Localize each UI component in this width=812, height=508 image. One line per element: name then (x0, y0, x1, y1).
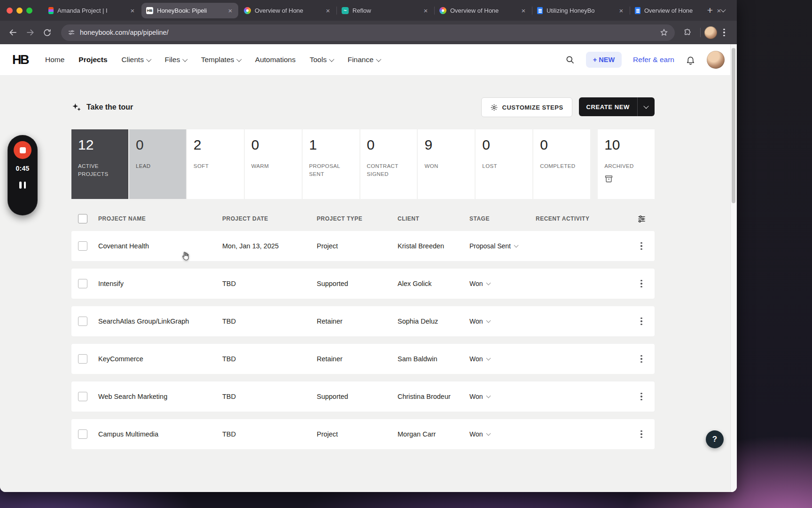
stage-dropdown[interactable]: Won (464, 355, 530, 363)
cell-project-name: Web Search Marketing (93, 393, 217, 400)
browser-tab[interactable]: Overview of Hone × (630, 3, 727, 18)
stage-dropdown[interactable]: Won (464, 393, 530, 400)
row-checkbox[interactable] (78, 392, 87, 401)
row-checkbox[interactable] (78, 354, 87, 364)
cell-project-date: TBD (217, 393, 311, 400)
customize-steps-button[interactable]: CUSTOMIZE STEPS (481, 97, 572, 117)
stage-dropdown[interactable]: Won (464, 318, 530, 325)
close-window-button[interactable] (7, 8, 13, 14)
nav-item-templates[interactable]: Templates (201, 56, 241, 64)
tab-close-icon[interactable]: × (422, 6, 430, 15)
bookmark-star-icon[interactable] (660, 28, 668, 37)
scrollbar-thumb[interactable] (732, 48, 735, 203)
nav-item-projects[interactable]: Projects (78, 56, 107, 64)
stage-card[interactable]: 0 LEAD (129, 129, 186, 199)
nav-item-automations[interactable]: Automations (255, 56, 296, 64)
row-menu-button[interactable] (638, 239, 645, 253)
row-menu-button[interactable] (638, 277, 645, 291)
stage-dropdown[interactable]: Proposal Sent (464, 242, 530, 250)
row-menu-button[interactable] (638, 390, 645, 404)
select-all-checkbox[interactable] (78, 214, 87, 223)
stage-card[interactable]: 2 SOFT (187, 129, 244, 199)
table-row[interactable]: Web Search Marketing TBD Supported Chris… (71, 381, 655, 412)
refer-earn-link[interactable]: Refer & earn (633, 56, 674, 64)
stage-card[interactable]: 9 WON (418, 129, 475, 199)
nav-item-finance[interactable]: Finance (348, 56, 381, 64)
browser-tab[interactable]: HB HoneyBook: Pipeli × (141, 3, 238, 18)
search-icon[interactable] (565, 55, 575, 64)
col-project-date: PROJECT DATE (217, 215, 311, 222)
col-project-type: PROJECT TYPE (311, 215, 392, 222)
customize-steps-label: CUSTOMIZE STEPS (502, 104, 563, 111)
row-menu-button[interactable] (638, 428, 645, 441)
table-row[interactable]: SearchAtlas Group/LinkGraph TBD Retainer… (71, 306, 655, 336)
nav-item-files[interactable]: Files (164, 56, 187, 64)
table-row[interactable]: Covenant Health Mon, Jan 13, 2025 Projec… (71, 231, 655, 261)
browser-tab[interactable]: Utilizing HoneyBo × (532, 3, 629, 18)
nav-item-clients[interactable]: Clients (122, 56, 151, 64)
row-checkbox[interactable] (78, 279, 87, 288)
browser-tab[interactable]: ~ Reflow × (337, 3, 434, 18)
nav-item-home[interactable]: Home (45, 56, 64, 64)
new-button[interactable]: + NEW (586, 52, 622, 68)
honeybook-logo[interactable]: HB (12, 53, 28, 67)
row-menu-button[interactable] (638, 352, 645, 366)
row-checkbox[interactable] (78, 429, 87, 439)
stop-recording-button[interactable] (14, 141, 31, 159)
stage-count: 9 (424, 138, 468, 152)
address-bar[interactable]: honeybook.com/app/pipeline/ (61, 24, 675, 41)
take-the-tour-button[interactable]: Take the tour (71, 102, 133, 112)
stage-card[interactable]: 10 ARCHIVED (598, 129, 655, 199)
nav-item-tools[interactable]: Tools (310, 56, 334, 64)
minimize-window-button[interactable] (16, 8, 23, 14)
reload-button[interactable] (39, 25, 55, 40)
row-checkbox[interactable] (78, 317, 87, 326)
stage-card[interactable]: 12 ACTIVE PROJECTS (71, 129, 128, 199)
chevron-down-icon (514, 243, 519, 247)
back-button[interactable] (6, 25, 21, 40)
browser-tab[interactable]: Overview of Hone × (435, 3, 531, 18)
column-settings-button[interactable] (637, 214, 646, 223)
col-project-name: PROJECT NAME (93, 215, 217, 222)
site-settings-icon[interactable] (68, 29, 75, 36)
browser-profile-avatar[interactable] (704, 26, 717, 39)
cell-client: Sam Baldwin (392, 355, 464, 363)
nav-label: Files (164, 56, 180, 64)
page-content: Take the tour CUSTOMIZE STEPS CREATE NEW (0, 76, 737, 492)
stage-dropdown[interactable]: Won (464, 280, 530, 287)
stage-card[interactable]: 0 CONTRACT SIGNED (360, 129, 417, 199)
row-checkbox[interactable] (78, 241, 87, 251)
tab-close-icon[interactable]: × (519, 6, 528, 15)
url-text: honeybook.com/app/pipeline/ (80, 29, 660, 36)
table-row[interactable]: Campus Multimedia TBD Project Morgan Car… (71, 419, 655, 449)
tab-close-icon[interactable]: × (128, 6, 137, 15)
main-nav: Home Projects Clients Files Templates Au… (45, 56, 380, 64)
chevron-down-icon (486, 431, 491, 436)
forward-button[interactable] (23, 25, 38, 40)
stage-dropdown[interactable]: Won (464, 430, 530, 438)
browser-tab[interactable]: Overview of Hone × (239, 3, 336, 18)
table-row[interactable]: KeyCommerce TBD Retainer Sam Baldwin Won (71, 344, 655, 374)
profile-avatar[interactable] (707, 51, 725, 69)
row-menu-button[interactable] (638, 315, 645, 328)
tab-close-icon[interactable]: × (324, 6, 332, 15)
stage-card[interactable]: 1 PROPOSAL SENT (303, 129, 359, 199)
help-button[interactable]: ? (706, 430, 724, 448)
stage-card[interactable]: 0 WARM (245, 129, 302, 199)
tab-close-icon[interactable]: × (226, 6, 234, 15)
tab-close-icon[interactable]: × (617, 6, 625, 15)
stage-card[interactable]: 0 COMPLETED (533, 129, 590, 199)
table-row[interactable]: Intensify TBD Supported Alex Golick Won (71, 269, 655, 299)
create-new-button[interactable]: CREATE NEW (579, 97, 655, 116)
stage-count: 0 (540, 138, 584, 152)
notifications-bell-icon[interactable] (686, 55, 695, 65)
zoom-window-button[interactable] (26, 8, 32, 14)
pause-recording-button[interactable] (17, 180, 28, 190)
browser-tab[interactable]: Amanda Project | I × (44, 3, 141, 18)
stage-card[interactable]: 0 LOST (476, 129, 532, 199)
extensions-icon[interactable] (679, 25, 695, 40)
chevron-down-icon (376, 56, 381, 62)
cell-client: Morgan Carr (392, 430, 464, 438)
create-new-dropdown[interactable] (638, 97, 655, 116)
browser-menu-button[interactable] (717, 25, 731, 40)
